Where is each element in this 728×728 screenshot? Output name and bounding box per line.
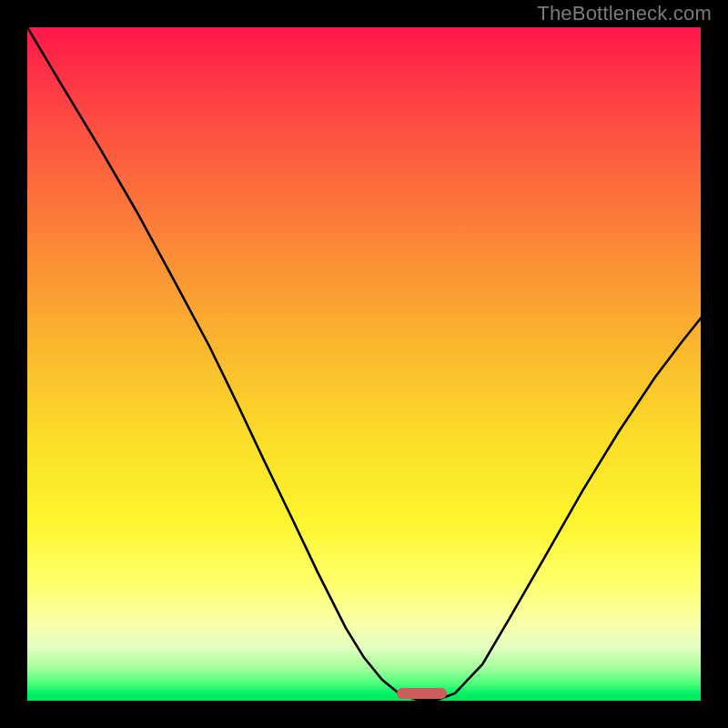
curve-path — [27, 27, 701, 700]
chart-frame: TheBottleneck.com — [0, 0, 728, 728]
bottleneck-curve — [27, 27, 701, 701]
plot-area — [27, 27, 701, 701]
watermark-text: TheBottleneck.com — [537, 2, 712, 25]
optimal-marker — [397, 688, 447, 699]
